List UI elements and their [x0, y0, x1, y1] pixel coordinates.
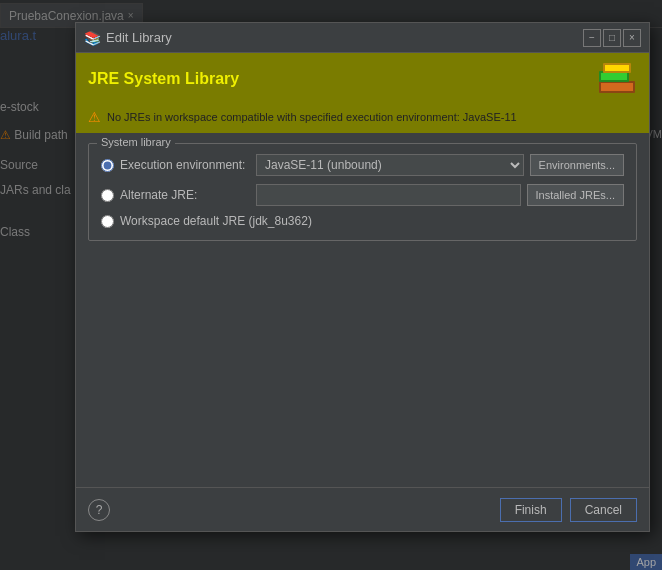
alternate-jre-row: Alternate JRE: Installed JREs...	[101, 184, 624, 206]
library-title-icon: 📚	[84, 30, 100, 46]
workspace-default-row: Workspace default JRE (jdk_8u362)	[101, 214, 624, 228]
alternate-jre-input[interactable]	[256, 184, 521, 206]
warning-icon: ⚠	[88, 109, 101, 125]
help-button[interactable]: ?	[88, 499, 110, 521]
installed-jres-button[interactable]: Installed JREs...	[527, 184, 624, 206]
alternate-jre-radio[interactable]	[101, 189, 114, 202]
svg-rect-1	[601, 83, 633, 91]
svg-rect-3	[601, 73, 627, 80]
modal-footer: ? Finish Cancel	[76, 487, 649, 531]
modal-body-spacer	[76, 251, 649, 487]
environments-button[interactable]: Environments...	[530, 154, 624, 176]
cancel-button[interactable]: Cancel	[570, 498, 637, 522]
modal-title: Edit Library	[106, 30, 577, 45]
minimize-button[interactable]: −	[583, 29, 601, 47]
jre-header-band: JRE System Library	[76, 53, 649, 105]
close-button[interactable]: ×	[623, 29, 641, 47]
workspace-default-radio[interactable]	[101, 215, 114, 228]
svg-rect-5	[605, 65, 629, 71]
workspace-default-label: Workspace default JRE (jdk_8u362)	[120, 214, 312, 228]
execution-env-radio[interactable]	[101, 159, 114, 172]
warning-text: No JREs in workspace compatible with spe…	[107, 111, 517, 123]
maximize-button[interactable]: □	[603, 29, 621, 47]
execution-env-dropdown[interactable]: JavaSE-11 (unbound)	[256, 154, 524, 176]
system-library-group: System library Execution environment: Ja…	[88, 143, 637, 241]
execution-env-label: Execution environment:	[120, 158, 250, 172]
finish-button[interactable]: Finish	[500, 498, 562, 522]
execution-env-row: Execution environment: JavaSE-11 (unboun…	[101, 154, 624, 176]
warning-band: ⚠ No JREs in workspace compatible with s…	[76, 105, 649, 133]
window-controls: − □ ×	[583, 29, 641, 47]
group-label: System library	[97, 136, 175, 148]
modal-titlebar: 📚 Edit Library − □ ×	[76, 23, 649, 53]
jre-header-title: JRE System Library	[88, 70, 587, 88]
jre-books-icon	[597, 61, 637, 97]
edit-library-dialog: 📚 Edit Library − □ × JRE System Library …	[75, 22, 650, 532]
alternate-jre-label: Alternate JRE:	[120, 188, 250, 202]
